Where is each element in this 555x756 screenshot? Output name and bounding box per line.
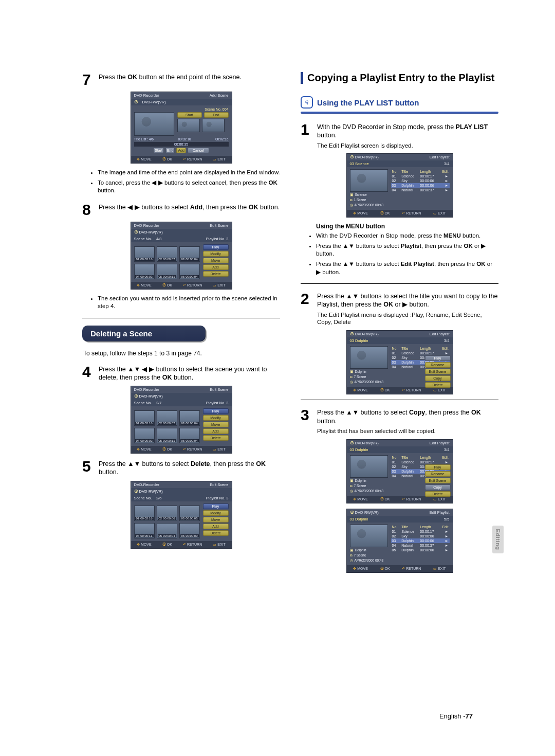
scene-thumb: 0400:00:11 xyxy=(134,523,155,538)
osd-edit-scene-a: DVD-RecorderEdit Scene ⦿ DVD-RW(VR) Scen… xyxy=(131,222,232,290)
osd-edit-scene-b: DVD-RecorderEdit Scene ⦿ DVD-RW(VR) Scen… xyxy=(131,386,232,454)
scene-thumb: 0200:00:06 xyxy=(157,506,177,521)
step-number: 7 xyxy=(82,72,96,87)
step-2: 2 Press the ▲▼ buttons to select the tit… xyxy=(301,291,498,326)
osd-edit-scene-c: DVD-RecorderEdit Scene ⦿ DVD-RW(VR) Scen… xyxy=(131,481,232,549)
scene-thumb: 0300:00:04 xyxy=(179,246,200,262)
scene-thumb: 0500:00:11 xyxy=(157,428,177,443)
scene-thumb: 0100:02:16 xyxy=(134,246,155,262)
scene-thumb: 0100:02:16 xyxy=(134,410,155,426)
step-4: 4 Press the ▲▼ ◀ ▶ buttons to select the… xyxy=(82,364,280,382)
heading-copy-playlist: Copying a Playlist Entry to the Playlist xyxy=(301,72,498,84)
osd-add-scene: DVD-RecorderAdd Scene ⦿DVD-RW(VR) Scene … xyxy=(131,92,232,164)
subheading-playlist-button: ☟ Using the PLAY LIST button xyxy=(301,96,498,109)
divider xyxy=(301,400,498,400)
scene-thumb: 0600:00:00 xyxy=(179,523,200,538)
scene-thumb: 0400:00:03 xyxy=(134,428,155,443)
scene-thumb: 0500:00:11 xyxy=(157,264,177,279)
delete-intro: To setup, follow the steps 1 to 3 in pag… xyxy=(83,350,280,357)
scene-thumb: 0400:00:03 xyxy=(134,264,155,279)
left-column: 7 Press the OK button at the end point o… xyxy=(82,72,280,578)
step-7: 7 Press the OK button at the end point o… xyxy=(82,72,280,87)
step7-notes: The image and time of the end point are … xyxy=(98,169,280,195)
scene-thumb: 0200:00:07 xyxy=(157,246,177,262)
step-1: 1 With the DVD Recorder in Stop mode, pr… xyxy=(301,122,498,149)
divider xyxy=(82,318,280,318)
side-tab-editing: Editing xyxy=(492,526,504,553)
manual-page: Editing 7 Press the OK button at the end… xyxy=(0,0,555,756)
menu-subhead: Using the MENU button With the DVD Recor… xyxy=(301,223,498,276)
step-text: Press the OK button at the end point of … xyxy=(99,72,242,81)
step-8: 8 Press the ◀ ▶ buttons to select Add, t… xyxy=(82,202,280,218)
scene-thumb: 0300:00:04 xyxy=(179,410,200,426)
osd-footer: ✥ MOVE ⦿ OK ↶ RETURN ▭ EXIT xyxy=(131,156,232,163)
page-footer: English -77 xyxy=(439,712,473,720)
osd-edit-playlist-1: ⦿ DVD-RW(VR)Edit Playlist03 Science3/4▣S… xyxy=(346,153,453,218)
subheading-rule xyxy=(301,112,498,114)
scene-thumb: 0600:00:04 xyxy=(179,428,200,443)
scene-thumb: 0500:00:04 xyxy=(157,523,177,538)
hand-icon: ☟ xyxy=(301,96,313,109)
osd-edit-playlist-4: ⦿ DVD-RW(VR)Edit Playlist03 Dolphin5/5▣D… xyxy=(346,509,453,573)
step8-notes: The section you want to add is inserted … xyxy=(98,295,280,311)
scene-thumb: 0100:02:16 xyxy=(134,506,155,521)
side-tab-label: Editing xyxy=(495,529,501,550)
preview-thumb xyxy=(134,112,174,136)
scene-thumb: 0300:00:03 xyxy=(179,506,200,521)
right-column: Copying a Playlist Entry to the Playlist… xyxy=(301,72,498,578)
heading-bar-icon xyxy=(301,72,303,84)
scene-thumb: 0200:00:07 xyxy=(157,410,177,426)
divider xyxy=(301,283,498,284)
osd-edit-playlist-2: ⦿ DVD-RW(VR)Edit Playlist03 Dolphin3/4▣D… xyxy=(346,330,453,394)
step-3: 3 Press the ▲▼ buttons to select Copy, t… xyxy=(301,407,498,435)
step-5: 5 Press the ▲▼ buttons to select Delete,… xyxy=(82,459,280,477)
scene-thumb: 0600:00:04 xyxy=(179,264,200,279)
osd-edit-playlist-3: ⦿ DVD-RW(VR)Edit Playlist03 Dolphin3/4▣D… xyxy=(346,439,453,503)
section-deleting-scene: Deleting a Scene xyxy=(82,326,206,341)
